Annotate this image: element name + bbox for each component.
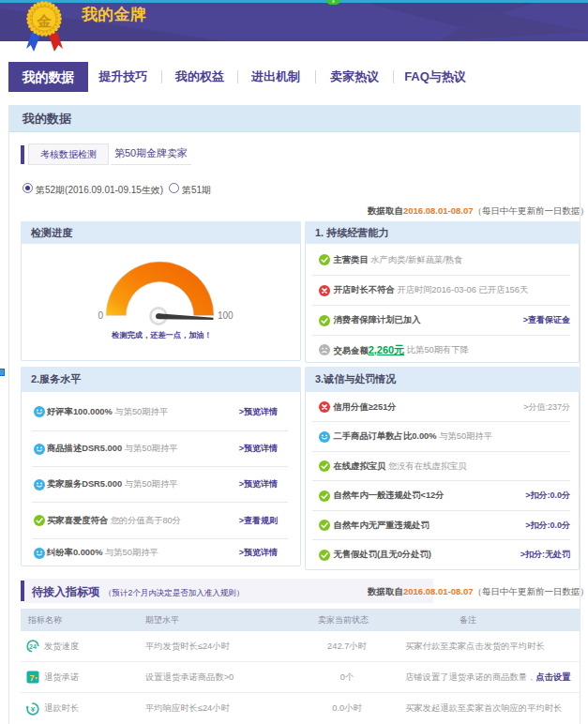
svg-text:0: 0: [98, 310, 103, 321]
svg-text:7: 7: [30, 673, 35, 683]
svg-text:金: 金: [36, 13, 52, 29]
svg-text:¥: ¥: [31, 704, 36, 713]
svg-text:100: 100: [218, 310, 234, 321]
svg-text:24: 24: [29, 643, 37, 650]
